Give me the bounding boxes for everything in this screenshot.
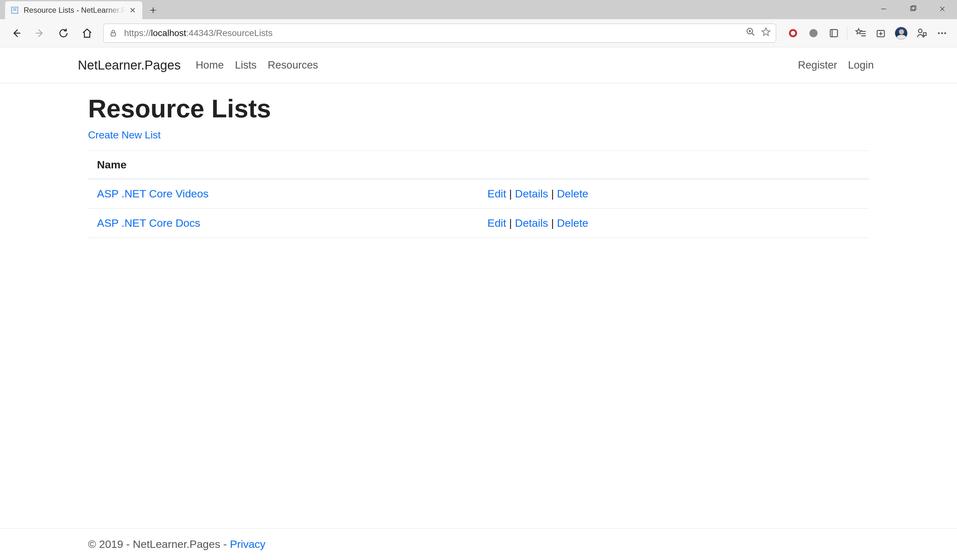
- extension2-icon[interactable]: [804, 23, 823, 44]
- separator: [847, 27, 847, 39]
- svg-rect-1: [13, 9, 17, 9]
- home-button[interactable]: [77, 23, 98, 44]
- page-content: NetLearner.Pages Home Lists Resources Re…: [0, 47, 957, 560]
- feedback-icon[interactable]: [912, 23, 931, 44]
- extension1-icon[interactable]: [784, 23, 802, 44]
- edit-link[interactable]: Edit: [488, 217, 506, 229]
- new-tab-button[interactable]: [144, 1, 162, 19]
- delete-link[interactable]: Delete: [557, 217, 588, 229]
- minimize-button[interactable]: [869, 0, 898, 18]
- toolbar-right: [784, 23, 951, 44]
- address-actions: [746, 27, 771, 39]
- create-new-link[interactable]: Create New List: [88, 129, 161, 141]
- nav-resources[interactable]: Resources: [262, 55, 324, 76]
- avatar: [895, 27, 908, 39]
- svg-rect-5: [111, 33, 115, 36]
- row-name-link[interactable]: ASP .NET Core Videos: [97, 188, 208, 200]
- svg-point-9: [809, 29, 818, 37]
- resource-table: Name ASP .NET Core Videos Edit | Details…: [88, 150, 869, 238]
- row-name-link[interactable]: ASP .NET Core Docs: [97, 217, 201, 229]
- footer: © 2019 - NetLearner.Pages - Privacy: [0, 528, 957, 560]
- menu-button[interactable]: [933, 23, 951, 44]
- nav-lists[interactable]: Lists: [229, 55, 262, 76]
- privacy-link[interactable]: Privacy: [230, 538, 265, 550]
- col-actions: [478, 151, 869, 179]
- svg-point-14: [941, 32, 943, 34]
- zoom-icon[interactable]: [746, 27, 755, 39]
- favorites-list-icon[interactable]: [851, 23, 870, 44]
- svg-rect-2: [13, 10, 17, 11]
- favicon-icon: [10, 6, 19, 15]
- table-row: ASP .NET Core Docs Edit | Details | Dele…: [88, 208, 869, 238]
- svg-point-12: [918, 29, 922, 33]
- edit-link[interactable]: Edit: [488, 188, 506, 200]
- reading-view-icon[interactable]: [824, 23, 843, 44]
- details-link[interactable]: Details: [515, 188, 548, 200]
- svg-rect-10: [831, 29, 838, 37]
- tab-bar: Resource Lists - NetLearner.Pages: [0, 0, 957, 19]
- address-bar[interactable]: https://localhost:44343/ResourceLists: [103, 24, 776, 43]
- tab-close-icon[interactable]: [128, 6, 137, 15]
- svg-point-13: [938, 32, 940, 34]
- url-text: https://localhost:44343/ResourceLists: [124, 28, 272, 38]
- browser-toolbar: https://localhost:44343/ResourceLists: [0, 19, 957, 47]
- table-row: ASP .NET Core Videos Edit | Details | De…: [88, 179, 869, 208]
- main-content: Resource Lists Create New List Name ASP …: [0, 83, 957, 528]
- page-title: Resource Lists: [88, 94, 869, 123]
- nav-register[interactable]: Register: [793, 55, 842, 76]
- site-navbar: NetLearner.Pages Home Lists Resources Re…: [0, 47, 957, 83]
- back-button[interactable]: [6, 23, 27, 44]
- profile-button[interactable]: [892, 23, 910, 44]
- refresh-button[interactable]: [53, 23, 74, 44]
- details-link[interactable]: Details: [515, 217, 548, 229]
- svg-point-15: [944, 32, 946, 34]
- lock-icon: [109, 29, 118, 38]
- favorite-icon[interactable]: [761, 27, 771, 39]
- tab-title: Resource Lists - NetLearner.Pages: [24, 6, 126, 15]
- nav-links: Home Lists Resources: [190, 55, 324, 76]
- delete-link[interactable]: Delete: [557, 188, 588, 200]
- brand-link[interactable]: NetLearner.Pages: [78, 58, 180, 73]
- window-controls: [869, 0, 957, 19]
- browser-chrome: Resource Lists - NetLearner.Pages: [0, 0, 957, 47]
- forward-button[interactable]: [29, 23, 51, 44]
- collections-icon[interactable]: [872, 23, 890, 44]
- nav-home[interactable]: Home: [190, 55, 229, 76]
- col-name: Name: [88, 151, 478, 179]
- svg-rect-4: [912, 6, 916, 10]
- browser-tab[interactable]: Resource Lists - NetLearner.Pages: [5, 1, 142, 19]
- close-window-button[interactable]: [928, 0, 957, 18]
- footer-text: © 2019 - NetLearner.Pages -: [88, 538, 230, 550]
- svg-rect-3: [911, 7, 915, 11]
- maximize-button[interactable]: [898, 0, 928, 18]
- nav-right: Register Login: [793, 55, 879, 76]
- nav-login[interactable]: Login: [842, 55, 879, 76]
- svg-point-8: [791, 31, 795, 35]
